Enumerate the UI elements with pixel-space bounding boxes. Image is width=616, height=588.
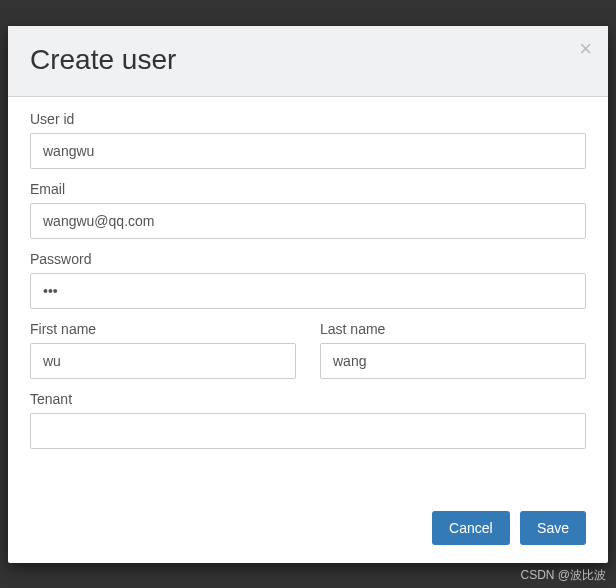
- watermark: CSDN @波比波: [520, 567, 606, 584]
- email-label: Email: [30, 181, 586, 197]
- modal-body: User id Email Password First name Last n…: [8, 97, 608, 469]
- tenant-label: Tenant: [30, 391, 586, 407]
- last-name-input[interactable]: [320, 343, 586, 379]
- email-group: Email: [30, 181, 586, 239]
- email-input[interactable]: [30, 203, 586, 239]
- first-name-group: First name: [30, 321, 296, 379]
- modal-title: Create user: [30, 44, 586, 76]
- password-input[interactable]: [30, 273, 586, 309]
- last-name-group: Last name: [320, 321, 586, 379]
- tenant-input[interactable]: [30, 413, 586, 449]
- password-group: Password: [30, 251, 586, 309]
- user-id-group: User id: [30, 111, 586, 169]
- close-icon[interactable]: ×: [579, 38, 592, 60]
- save-button[interactable]: Save: [520, 511, 586, 545]
- create-user-modal: Create user × User id Email Password Fir…: [8, 26, 608, 563]
- modal-header: Create user ×: [8, 26, 608, 97]
- user-id-input[interactable]: [30, 133, 586, 169]
- first-name-label: First name: [30, 321, 296, 337]
- tenant-group: Tenant: [30, 391, 586, 449]
- cancel-button[interactable]: Cancel: [432, 511, 510, 545]
- name-row: First name Last name: [30, 321, 586, 391]
- last-name-label: Last name: [320, 321, 586, 337]
- first-name-input[interactable]: [30, 343, 296, 379]
- modal-footer: Cancel Save: [8, 497, 608, 563]
- user-id-label: User id: [30, 111, 586, 127]
- password-label: Password: [30, 251, 586, 267]
